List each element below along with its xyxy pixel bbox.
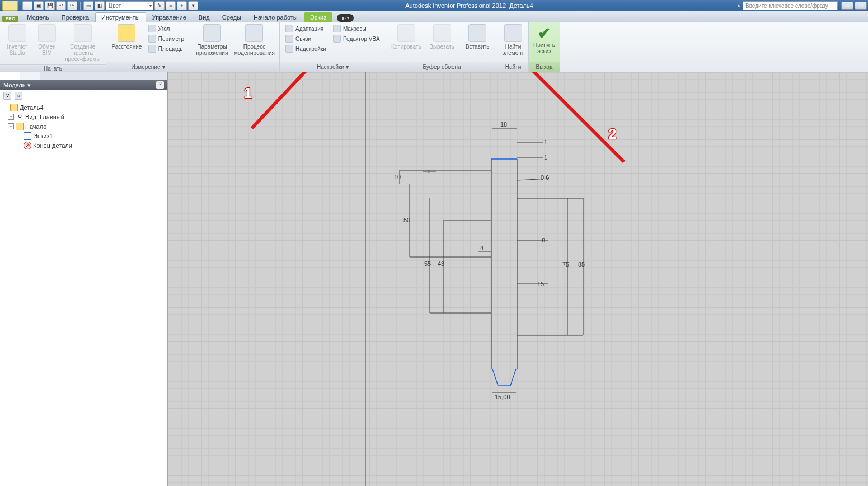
links-button[interactable]: Связи (284, 34, 327, 43)
process-icon (245, 24, 263, 42)
distance-button[interactable]: Расстояние (111, 24, 143, 50)
qat-plus-icon[interactable]: + (177, 1, 187, 10)
svg-rect-3 (495, 198, 512, 333)
svg-line-10 (510, 369, 516, 386)
annotation-arrow-1 (246, 72, 358, 142)
tree-view[interactable]: +⚲ Вид: Главный (0, 112, 167, 121)
sketch-canvas[interactable]: 18 1 1 0,6 10 50 55 43 4 8 15 75 85 15,0… (168, 72, 868, 486)
tab-model[interactable]: Модель (21, 12, 55, 22)
part-icon (10, 104, 18, 111)
model-process-button[interactable]: Процесс моделирования (234, 24, 275, 56)
checkmark-icon: ✔ (536, 24, 553, 42)
pro-badge[interactable]: PRO (2, 16, 18, 22)
copy-button[interactable]: Копировать (391, 24, 422, 50)
qat-redo-icon[interactable]: ↷ (67, 1, 77, 10)
side-tab-2[interactable] (20, 72, 40, 80)
tree-end-of-part[interactable]: ⊘ Конец детали (0, 141, 167, 150)
tab-view[interactable]: Вид (193, 12, 216, 22)
finish-sketch-button[interactable]: ✔Принять эскиз (533, 24, 555, 54)
find-icon[interactable]: ⌕ (15, 92, 22, 100)
perimeter-icon (148, 35, 156, 43)
svg-text:4: 4 (480, 245, 484, 251)
bim-exchange-button[interactable]: Обмен BIM (34, 24, 59, 56)
panel-caption-exit: Выход (529, 62, 560, 72)
mold-icon (74, 24, 92, 42)
area-icon (148, 45, 156, 53)
teapot-icon (8, 24, 26, 42)
ribbon-tabs: PRO Модель Проверка Инструменты Управлен… (0, 11, 868, 22)
annotation-arrow-2 (487, 72, 632, 172)
addins-button[interactable]: Надстройки (284, 44, 327, 53)
tree-origin[interactable]: + Начало (0, 121, 167, 131)
end-of-part-icon: ⊘ (24, 142, 31, 149)
app-params-button[interactable]: Параметры приложения (195, 24, 229, 56)
panel-caption-settings[interactable]: Настройки ▾ (280, 62, 386, 72)
panel-caption-blank (190, 62, 279, 72)
svg-line-46 (252, 72, 339, 128)
quick-access-toolbar: □ ▣ 💾 ↶ ↷ ▭ ◧ Цвет fx = + ▾ (20, 1, 200, 10)
tab-env[interactable]: Среды (216, 12, 247, 22)
adapt-button[interactable]: Адаптация (284, 24, 327, 33)
adapt-icon (285, 25, 293, 32)
copy-icon (397, 24, 415, 42)
vba-editor-button[interactable]: Редактор VBA (332, 34, 381, 43)
minimize-button-icon[interactable]: — (841, 2, 853, 10)
window-title: Autodesk Inventor Professional 2012 Дета… (200, 2, 738, 9)
svg-line-48 (501, 72, 624, 162)
help-icon[interactable]: ? (156, 81, 164, 89)
tab-tools[interactable]: Инструменты (95, 12, 146, 22)
vba-icon (333, 35, 341, 43)
addin-icon (285, 45, 293, 53)
links-icon (285, 35, 293, 43)
svg-text:15,00: 15,00 (495, 394, 510, 400)
qat-undo-icon[interactable]: ↶ (56, 1, 66, 10)
tab-sketch[interactable]: Эскиз (304, 12, 332, 22)
browser-header[interactable]: Модель ▾ ? (0, 80, 167, 90)
paste-button[interactable]: Вставить (462, 24, 493, 50)
app-logo-icon[interactable] (2, 1, 18, 11)
area-button[interactable]: Площадь (147, 44, 185, 53)
filter-icon[interactable]: ∇ (3, 92, 11, 100)
maximize-button-icon[interactable]: ☐ (855, 2, 867, 10)
paste-icon (468, 24, 486, 42)
help-toggle-icon[interactable]: ◐ ▾ (337, 14, 354, 22)
svg-text:75: 75 (562, 261, 569, 268)
tree-sketch[interactable]: Эскиз1 (0, 131, 167, 141)
tab-start[interactable]: Начало работы (247, 12, 304, 22)
svg-text:43: 43 (438, 260, 444, 267)
qat-more-icon[interactable]: ▾ (188, 1, 198, 10)
qat-eq-icon[interactable]: = (166, 1, 176, 10)
qat-fx-icon[interactable]: fx (154, 1, 165, 10)
model-tree[interactable]: Деталь4 +⚲ Вид: Главный + Начало Эскиз1 … (0, 101, 167, 486)
cut-icon (433, 24, 451, 42)
angle-button[interactable]: Угол (147, 24, 185, 33)
annotation-label-2: 2 (608, 125, 616, 143)
tab-manage[interactable]: Управление (146, 12, 193, 22)
qat-material-icon[interactable]: ◧ (95, 1, 105, 10)
panel-caption-measure[interactable]: Измерение ▾ (106, 62, 190, 72)
find-element-button[interactable]: Найти элемент (503, 24, 524, 56)
cut-button[interactable]: Вырезать (426, 24, 458, 50)
qat-open-icon[interactable]: ▣ (34, 1, 44, 10)
ribbon: Inventor Studio Обмен BIM Создание проек… (0, 22, 868, 72)
annotation-label-1: 1 (244, 85, 252, 102)
svg-text:0,6: 0,6 (541, 174, 549, 181)
panel-caption-find: Найти (498, 62, 528, 72)
mold-project-button[interactable]: Создание проекта пресс-формы (64, 24, 101, 62)
perimeter-button[interactable]: Периметр (147, 34, 185, 43)
svg-text:8: 8 (542, 237, 545, 244)
search-input[interactable]: Введите ключевое слово/фразу (743, 1, 838, 10)
browser-toolbar: ∇ ⌕ (0, 90, 167, 101)
side-tab-1[interactable] (0, 72, 20, 80)
color-selector[interactable]: Цвет (106, 1, 153, 10)
qat-select-icon[interactable]: ▭ (83, 1, 93, 10)
svg-rect-2 (491, 198, 517, 333)
qat-save-icon[interactable]: 💾 (45, 1, 55, 10)
qat-new-icon[interactable]: □ (22, 1, 32, 10)
tab-check[interactable]: Проверка (55, 12, 95, 22)
folder-icon (16, 123, 24, 130)
macros-button[interactable]: Макросы (332, 24, 381, 33)
inventor-studio-button[interactable]: Inventor Studio (4, 24, 30, 56)
side-tabs (0, 72, 167, 80)
tree-root[interactable]: Деталь4 (0, 102, 167, 112)
